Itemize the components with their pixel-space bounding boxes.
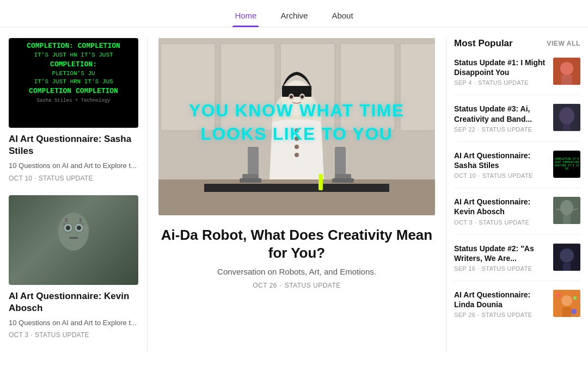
- left-card-sasha[interactable]: COMPLETION: COMPLETION IT'S JUST HN IT'S…: [9, 38, 138, 182]
- svg-rect-34: [240, 178, 261, 183]
- featured-date: OCT 26: [253, 282, 277, 289]
- popular-thumb-1: [553, 58, 580, 85]
- svg-point-44: [559, 107, 574, 125]
- left-card-sasha-image: COMPLETION: COMPLETION IT'S JUST HN IT'S…: [9, 38, 138, 128]
- popular-item-5-title: Status Update #2: "As Writers, We Are...: [454, 244, 548, 263]
- nav-about[interactable]: About: [329, 7, 355, 27]
- svg-rect-12: [65, 218, 68, 222]
- popular-item-2-meta: SEP 22·STATUS UPDATE: [454, 126, 548, 133]
- popular-divider-5: [454, 281, 580, 281]
- most-popular-title: Most Popular: [454, 38, 513, 49]
- popular-item-2-text: Status Update #3: Ai, Creativity and Ban…: [454, 104, 548, 132]
- svg-point-59: [571, 309, 577, 314]
- popular-item-6-text: AI Art Questionnaire: Linda Dounia SEP 2…: [454, 290, 548, 318]
- featured-overlay-line2: LOOKS LIKE TO YOU: [172, 125, 421, 144]
- cyborg-image: [9, 195, 138, 285]
- nav-home[interactable]: Home: [232, 7, 259, 27]
- featured-overlay-text: YOU KNOW WHAT TIME LOOKS LIKE TO YOU: [172, 101, 421, 144]
- popular-item-3-meta: OCT 10·STATUS UPDATE: [454, 172, 548, 179]
- svg-point-27: [301, 95, 304, 98]
- most-popular-header: Most Popular VIEW ALL: [454, 38, 580, 49]
- matrix-overlay: COMPLETION: COMPLETION IT'S JUST HN IT'S…: [9, 38, 138, 128]
- popular-item-1[interactable]: Status Update #1: I Might Disappoint You…: [454, 58, 580, 86]
- featured-image[interactable]: YOU KNOW WHAT TIME LOOKS LIKE TO YOU: [158, 38, 435, 215]
- nav-archive[interactable]: Archive: [278, 7, 310, 27]
- svg-point-52: [560, 248, 574, 263]
- svg-point-58: [573, 296, 577, 300]
- svg-point-47: [560, 200, 573, 215]
- popular-item-6-meta: SEP 26·STATUS UPDATE: [454, 312, 548, 318]
- popular-item-1-title: Status Update #1: I Might Disappoint You: [454, 58, 548, 77]
- svg-point-41: [560, 62, 573, 75]
- main-nav: Home Archive About: [0, 0, 588, 27]
- svg-rect-6: [81, 223, 84, 225]
- svg-point-57: [556, 293, 561, 297]
- popular-thumb-4: [553, 197, 580, 224]
- svg-rect-11: [69, 237, 78, 239]
- page-layout: COMPLETION: COMPLETION IT'S JUST HN IT'S…: [0, 27, 588, 352]
- featured-background: YOU KNOW WHAT TIME LOOKS LIKE TO YOU: [158, 38, 435, 215]
- svg-rect-45: [563, 125, 571, 131]
- popular-item-2[interactable]: Status Update #3: Ai, Creativity and Ban…: [454, 104, 580, 132]
- left-column: COMPLETION: COMPLETION IT'S JUST HN IT'S…: [0, 38, 147, 352]
- popular-item-5-meta: SEP 16·STATUS UPDATE: [454, 265, 548, 272]
- svg-rect-5: [63, 223, 66, 225]
- svg-rect-13: [79, 218, 82, 222]
- popular-item-6-title: AI Art Questionnaire: Linda Dounia: [454, 290, 548, 309]
- popular-thumb-3: COMPLETION IT'S JUST COMPLETION PLETION …: [553, 151, 580, 178]
- popular-item-6[interactable]: AI Art Questionnaire: Linda Dounia SEP 2…: [454, 290, 580, 318]
- svg-point-0: [58, 213, 89, 251]
- popular-item-3-text: AI Art Questionnaire: Sasha Stiles OCT 1…: [454, 151, 548, 179]
- svg-point-26: [290, 95, 293, 98]
- popular-thumb-5: [553, 244, 580, 271]
- popular-item-4-meta: OCT 3·STATUS UPDATE: [454, 219, 548, 226]
- svg-rect-53: [563, 263, 571, 271]
- svg-rect-37: [332, 178, 354, 183]
- svg-rect-38: [204, 184, 389, 192]
- left-card-sasha-title: AI Art Questionnaire: Sasha Stiles: [9, 133, 138, 157]
- featured-meta: OCT 26·STATUS UPDATE: [158, 282, 435, 289]
- popular-divider-3: [454, 188, 580, 188]
- center-column: YOU KNOW WHAT TIME LOOKS LIKE TO YOU Ai-…: [147, 38, 446, 352]
- left-card-kevin-excerpt: 10 Questions on AI and Art to Explore t.…: [9, 318, 138, 328]
- popular-divider-1: [454, 95, 580, 95]
- left-card-sasha-meta: OCT 10·STATUS UPDATE: [9, 175, 138, 182]
- featured-title[interactable]: Ai-Da Robot, What Does Creativity Mean f…: [158, 226, 435, 262]
- popular-divider-4: [454, 234, 580, 235]
- svg-point-30: [295, 145, 299, 149]
- view-all-button[interactable]: VIEW ALL: [547, 40, 580, 47]
- left-card-sasha-excerpt: 10 Questions on AI and Art to Explore t.…: [9, 160, 138, 171]
- popular-item-2-title: Status Update #3: Ai, Creativity and Ban…: [454, 104, 548, 123]
- left-card-kevin-meta: OCT 3·STATUS UPDATE: [9, 331, 138, 339]
- featured-category: STATUS UPDATE: [285, 282, 341, 289]
- svg-point-4: [77, 226, 81, 230]
- left-card-kevin-title: AI Art Questionnaire: Kevin Abosch: [9, 290, 138, 314]
- svg-rect-42: [561, 75, 572, 85]
- svg-rect-48: [563, 215, 571, 224]
- svg-rect-23: [282, 86, 311, 97]
- left-card-kevin-image: [9, 195, 138, 285]
- popular-item-5[interactable]: Status Update #2: "As Writers, We Are...…: [454, 244, 580, 272]
- popular-item-1-text: Status Update #1: I Might Disappoint You…: [454, 58, 548, 86]
- right-column: Most Popular VIEW ALL Status Update #1: …: [446, 38, 588, 352]
- popular-thumb-2: [553, 104, 580, 131]
- popular-item-3-title: AI Art Questionnaire: Sasha Stiles: [454, 151, 548, 170]
- popular-thumb-6: [553, 290, 580, 317]
- svg-point-55: [561, 295, 572, 306]
- popular-item-1-meta: SEP 4·STATUS UPDATE: [454, 79, 548, 86]
- popular-item-4-title: AI Art Questionnaire: Kevin Abosch: [454, 197, 548, 216]
- featured-excerpt: Conversation on Robots, Art, and Emotion…: [158, 267, 435, 276]
- popular-item-3[interactable]: AI Art Questionnaire: Sasha Stiles OCT 1…: [454, 151, 580, 179]
- svg-rect-56: [562, 307, 571, 317]
- svg-point-3: [66, 226, 70, 230]
- svg-point-31: [295, 153, 299, 157]
- popular-item-5-text: Status Update #2: "As Writers, We Are...…: [454, 244, 548, 272]
- left-card-kevin[interactable]: AI Art Questionnaire: Kevin Abosch 10 Qu…: [9, 195, 138, 339]
- popular-item-4-text: AI Art Questionnaire: Kevin Abosch OCT 3…: [454, 197, 548, 225]
- popular-divider-2: [454, 141, 580, 142]
- svg-rect-39: [318, 174, 323, 190]
- popular-item-4[interactable]: AI Art Questionnaire: Kevin Abosch OCT 3…: [454, 197, 580, 225]
- featured-overlay-line1: YOU KNOW WHAT TIME: [172, 101, 421, 120]
